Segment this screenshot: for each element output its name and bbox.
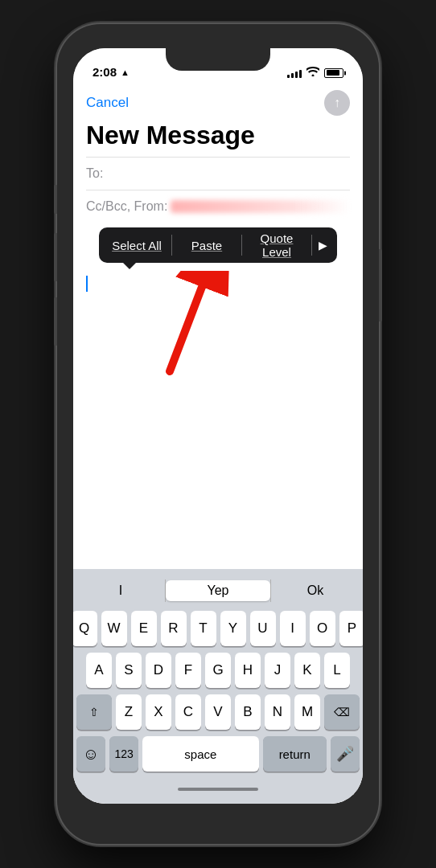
keyboard-suggestions: I Yep Ok xyxy=(76,575,360,606)
paste-menu-item[interactable]: Paste xyxy=(172,239,241,252)
text-cursor xyxy=(86,276,88,292)
key-row-3: ⇧ Z X C V B N M ⌫ xyxy=(76,694,360,730)
signal-bars xyxy=(287,68,302,78)
key-s[interactable]: S xyxy=(116,653,142,688)
signal-bar-1 xyxy=(287,75,290,78)
key-row-4: ☺ 123 space return 🎤 xyxy=(76,736,360,772)
send-button[interactable]: ↑ xyxy=(324,90,350,116)
notch xyxy=(166,48,270,71)
signal-bar-3 xyxy=(295,72,298,78)
suggestion-yep[interactable]: Yep xyxy=(166,580,270,601)
key-o[interactable]: O xyxy=(310,611,335,646)
status-icons xyxy=(287,67,343,79)
screen: 2:08 ▲ xyxy=(73,48,363,804)
key-n[interactable]: N xyxy=(265,694,290,730)
suggestion-ok[interactable]: Ok xyxy=(271,579,360,603)
time-display: 2:08 xyxy=(93,65,117,79)
key-v[interactable]: V xyxy=(205,694,231,730)
power-button[interactable] xyxy=(379,249,382,321)
key-j[interactable]: J xyxy=(265,653,290,688)
phone-shell: 2:08 ▲ xyxy=(57,24,379,844)
cancel-button[interactable]: Cancel xyxy=(86,95,129,111)
body-area[interactable] xyxy=(73,263,363,569)
battery-icon xyxy=(324,68,343,78)
volume-up-button[interactable] xyxy=(54,233,57,281)
key-x[interactable]: X xyxy=(146,694,171,730)
key-g[interactable]: G xyxy=(205,653,231,688)
key-dictation[interactable]: 🎤 xyxy=(331,736,360,772)
key-u[interactable]: U xyxy=(250,611,276,646)
key-q[interactable]: Q xyxy=(73,611,97,646)
key-y[interactable]: Y xyxy=(220,611,246,646)
signal-bar-2 xyxy=(291,73,294,78)
compose-title: New Message xyxy=(73,119,363,157)
key-f[interactable]: F xyxy=(175,653,201,688)
battery-fill xyxy=(327,70,339,76)
suggestion-i[interactable]: I xyxy=(76,579,165,603)
svg-line-1 xyxy=(170,287,202,371)
home-indicator xyxy=(178,788,258,791)
key-space[interactable]: space xyxy=(142,736,258,772)
key-a[interactable]: A xyxy=(86,653,112,688)
key-nums[interactable]: 123 xyxy=(109,736,138,772)
from-value-blurred xyxy=(171,200,350,213)
key-emoji[interactable]: ☺ xyxy=(76,736,105,772)
key-e[interactable]: E xyxy=(131,611,157,646)
signal-bar-4 xyxy=(299,70,302,78)
more-menu-arrow[interactable]: ▶ xyxy=(312,239,334,252)
key-p[interactable]: P xyxy=(339,611,364,646)
key-row-2: A S D F G H J K L xyxy=(76,653,360,688)
to-field-row[interactable]: To: xyxy=(73,158,363,190)
key-c[interactable]: C xyxy=(175,694,201,730)
red-arrow xyxy=(121,271,266,375)
quote-level-menu-item[interactable]: Quote Level xyxy=(242,231,311,259)
key-r[interactable]: R xyxy=(161,611,187,646)
cc-bcc-label: Cc/Bcc, From: xyxy=(86,199,167,214)
key-i[interactable]: I xyxy=(280,611,306,646)
key-shift[interactable]: ⇧ xyxy=(76,694,112,730)
key-row-1: Q W E R T Y U I O P xyxy=(76,611,360,646)
compose-header: Cancel ↑ xyxy=(73,84,363,119)
to-label: To: xyxy=(86,166,103,181)
location-icon: ▲ xyxy=(121,68,130,77)
mute-button[interactable] xyxy=(54,185,57,214)
key-l[interactable]: L xyxy=(324,653,350,688)
wifi-icon xyxy=(306,67,319,79)
keyboard: I Yep Ok Q W E R T Y U I O P xyxy=(73,569,363,804)
key-k[interactable]: K xyxy=(294,653,320,688)
bottom-bar xyxy=(76,778,360,800)
key-return[interactable]: return xyxy=(263,736,327,772)
cc-bcc-field-row[interactable]: Cc/Bcc, From: xyxy=(73,190,363,223)
context-menu: Select All Paste Quote Level ▶ xyxy=(99,227,337,263)
key-h[interactable]: H xyxy=(235,653,261,688)
status-time: 2:08 ▲ xyxy=(93,65,130,79)
compose-area: Cancel ↑ New Message To: Cc/Bcc, From: S… xyxy=(73,84,363,804)
select-all-menu-item[interactable]: Select All xyxy=(102,239,171,252)
key-z[interactable]: Z xyxy=(116,694,142,730)
key-b[interactable]: B xyxy=(235,694,261,730)
key-d[interactable]: D xyxy=(146,653,171,688)
key-w[interactable]: W xyxy=(101,611,127,646)
key-m[interactable]: M xyxy=(294,694,320,730)
key-t[interactable]: T xyxy=(191,611,216,646)
key-backspace[interactable]: ⌫ xyxy=(324,694,360,730)
volume-down-button[interactable] xyxy=(54,297,57,346)
